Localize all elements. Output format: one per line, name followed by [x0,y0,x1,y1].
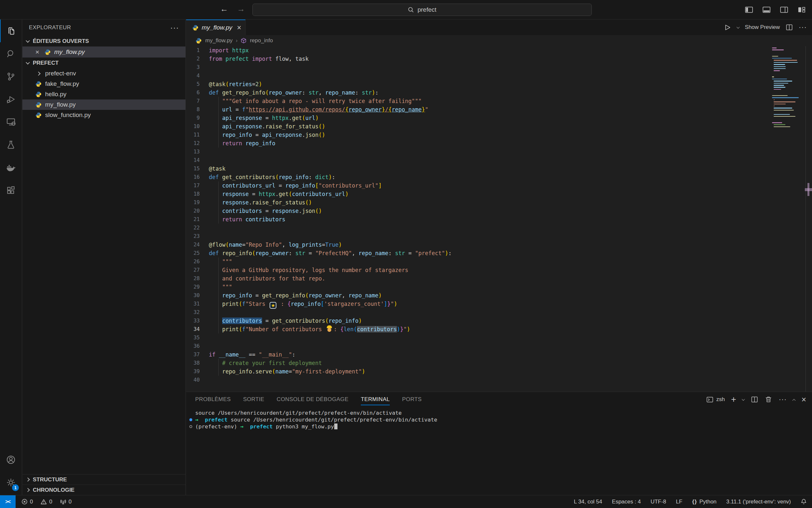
line-number: 23 [186,232,209,241]
command-decoration-filled[interactable] [189,418,192,421]
python-file-icon [35,112,42,118]
activity-testing-icon[interactable] [0,133,22,156]
line-number: 19 [186,198,209,207]
folder-section-header[interactable]: PREFECT [22,57,185,68]
tab-close-icon[interactable]: × [237,24,241,32]
file-row-hello.py[interactable]: hello.py [22,89,185,99]
close-editor-icon[interactable]: × [34,48,41,56]
code-line: 39 repo_info.serve(name="my-first-deploy… [186,367,812,376]
terminal-dropdown-icon[interactable] [742,397,745,401]
line-number: 7 [186,97,209,105]
line-number: 14 [186,156,209,164]
nav-forward-icon[interactable]: → [235,4,247,14]
activity-bar: 1 [0,19,22,495]
line-number: 32 [186,308,209,316]
structure-section-header[interactable]: STRUCTURE [22,474,185,484]
line-number: 6 [186,88,209,97]
activity-docker-icon[interactable] [0,156,22,179]
overview-ruler-marker [805,188,812,191]
line-number: 39 [186,367,209,376]
new-terminal-icon[interactable]: + [731,395,736,404]
code-line: 33 contributors = get_contributors(repo_… [186,316,812,325]
activity-run-debug-icon[interactable] [0,88,22,111]
line-number: 13 [186,147,209,156]
status-radio-tower[interactable]: 0 [60,499,71,505]
panel-tab-console-de-débogage[interactable]: CONSOLE DE DÉBOGAGE [277,392,348,407]
code-line: 38 # create your first deployment [186,359,812,367]
explorer-more-actions-icon[interactable]: ··· [170,23,179,32]
open-editors-section-header[interactable]: ÉDITEURS OUVERTS [22,36,185,46]
line-number: 34 [186,325,209,334]
chevron-right-icon [35,72,42,75]
line-number: 22 [186,224,209,232]
activity-extensions-icon[interactable] [0,179,22,202]
activity-account-icon[interactable] [0,448,22,471]
minimap[interactable] [772,47,800,131]
split-editor-icon[interactable] [785,24,793,31]
activity-source-control-icon[interactable] [0,65,22,88]
panel-tab-problèmes[interactable]: PROBLÈMES [195,392,231,407]
remote-indicator[interactable]: >< [0,495,15,508]
worker-emoji [326,325,333,333]
panel-tab-sortie[interactable]: SORTIE [243,392,264,407]
python-file-icon [192,25,199,31]
open-editor-row[interactable]: ×my_flow.py [22,46,185,57]
status-warning[interactable]: 0 [41,499,52,505]
status-utf-8[interactable]: UTF-8 [651,499,666,505]
status-l-34-col-54[interactable]: L 34, col 54 [574,499,602,505]
bell-icon [801,499,807,505]
nav-back-icon[interactable]: ← [218,4,230,14]
panel-more-actions-icon[interactable]: ··· [778,395,787,404]
show-preview-button[interactable]: Show Preview [745,24,780,31]
run-dropdown-icon[interactable] [737,25,740,29]
status-lf[interactable]: LF [676,499,682,505]
toggle-panel-icon[interactable] [762,5,771,14]
split-terminal-icon[interactable] [751,395,758,404]
code-line: 16def get_contributors(repo_info: dict): [186,173,812,181]
status-error[interactable]: 0 [21,499,33,505]
activity-files-icon[interactable] [0,19,22,42]
line-number: 5 [186,80,209,88]
status-braces[interactable]: {}Python [692,499,717,505]
file-row-slow_function.py[interactable]: slow_function.py [22,110,185,120]
kill-terminal-icon[interactable] [765,395,772,404]
star-emoji: ★ [270,302,276,309]
file-row-my_flow.py[interactable]: my_flow.py [22,99,185,110]
file-row-fake_flow.py[interactable]: fake_flow.py [22,79,185,89]
code-editor[interactable]: 1import httpx2from prefect import flow, … [186,46,812,392]
close-panel-icon[interactable]: × [801,395,806,404]
code-line: 12 return repo_info [186,139,812,147]
tab-my_flow-py[interactable]: my_flow.py × [186,19,246,35]
status-3-11-1-prefect-env-v[interactable]: 3.11.1 ('prefect-env': venv) [726,499,791,505]
timeline-section-header[interactable]: CHRONOLOGIE [22,484,185,495]
customize-layout-icon[interactable] [797,5,806,14]
code-line: 5@task(retries=2) [186,80,812,88]
terminal-content[interactable]: source /Users/henricourdent/git/prefect/… [186,407,812,430]
file-label: hello.py [45,91,66,98]
breadcrumb[interactable]: my_flow.py › repo_info [186,35,812,46]
activity-remote-explorer-icon[interactable] [0,111,22,133]
indent-guide [218,181,219,224]
code-line: 35 [186,334,812,342]
run-python-file-icon[interactable] [723,24,731,32]
bottom-panel: PROBLÈMESSORTIECONSOLE DE DÉBOGAGETERMIN… [186,392,812,495]
toggle-secondary-sidebar-icon[interactable] [779,5,789,14]
editor-more-actions-icon[interactable]: ··· [799,23,807,32]
maximize-panel-icon[interactable] [793,399,796,402]
line-number: 21 [186,215,209,224]
line-number: 20 [186,207,209,215]
terminal-cursor [334,423,337,429]
file-row-prefect-env[interactable]: prefect-env [22,68,185,79]
command-center-search[interactable]: prefect [252,4,592,16]
terminal-shell-label[interactable]: zsh [706,396,725,404]
panel-tab-ports[interactable]: PORTS [402,392,422,407]
code-line: 31 print(f"Stars ★ : {repo_info['stargaz… [186,300,812,308]
braces-icon: {} [692,499,697,505]
status-bell[interactable] [801,499,807,505]
toggle-primary-sidebar-icon[interactable] [745,5,754,14]
panel-tab-terminal[interactable]: TERMINAL [361,392,390,407]
command-decoration-hollow[interactable] [189,425,192,428]
status-espaces-4[interactable]: Espaces : 4 [612,499,641,505]
activity-search-icon[interactable] [0,42,22,65]
activity-settings-icon[interactable]: 1 [0,471,22,494]
